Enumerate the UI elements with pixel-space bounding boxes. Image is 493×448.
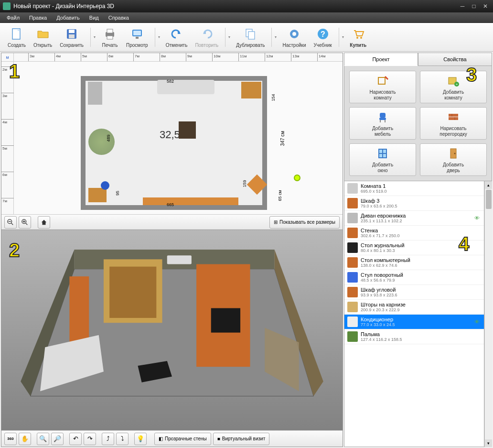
- zoom-out-btn[interactable]: [4, 216, 17, 229]
- svg-rect-47: [449, 114, 458, 117]
- toolbar-cart-button[interactable]: Купить: [346, 24, 371, 50]
- toolbar-monitor-button[interactable]: Просмотр: [122, 24, 152, 50]
- svg-rect-11: [248, 32, 255, 39]
- furniture-plant[interactable]: [88, 129, 115, 155]
- scene-item[interactable]: Стол журнальный80.4 x 80.1 x 30.3: [344, 240, 484, 255]
- scene-item[interactable]: Комната 1695.0 x 519.0: [344, 181, 484, 196]
- room-outline[interactable]: 32,52 347 см 154 582: [81, 76, 267, 210]
- tab-properties[interactable]: Свойства: [418, 53, 492, 66]
- transparent-walls-btn[interactable]: ◧Прозрачные стены: [154, 433, 211, 445]
- toolbar-help-button[interactable]: ?Учебник: [310, 24, 336, 50]
- zoom-in-3d-btn[interactable]: 🔎: [51, 433, 64, 445]
- toolbar-redo-button[interactable]: Повторить: [191, 24, 222, 50]
- printer-icon: [102, 26, 118, 42]
- scene-item[interactable]: Кондиционер77.0 x 33.0 x 24.5👁: [344, 315, 484, 329]
- furniture-desk-corner[interactable]: [241, 82, 261, 98]
- svg-rect-33: [69, 276, 89, 345]
- action-door-button[interactable]: Добавитьдверь: [420, 143, 487, 176]
- scene-item[interactable]: Шторы на карнизе200.9 x 20.3 x 222.9: [344, 300, 484, 315]
- light-btn[interactable]: 💡: [134, 433, 147, 445]
- toolbar-disk-button[interactable]: Сохранить: [56, 24, 87, 50]
- handle-point[interactable]: [294, 175, 300, 181]
- plan-2d-area: м 3м4м5м6м7м8м9м10м11м12м13м14м 2м3м4м5м…: [1, 53, 343, 230]
- zoom-in-btn[interactable]: [19, 216, 31, 229]
- scene-item[interactable]: Стенка302.6 x 71.7 x 250.0: [344, 226, 484, 240]
- svg-rect-37: [167, 255, 192, 264]
- wall-icon: [446, 110, 461, 124]
- toolbar-folder-button[interactable]: Открыть: [30, 24, 56, 50]
- window-title: Новый проект - Дизайн Интерьера 3D: [13, 3, 114, 10]
- menu-edit[interactable]: Правка: [24, 13, 52, 22]
- svg-rect-6: [107, 36, 113, 39]
- close-button[interactable]: ✕: [481, 2, 490, 10]
- action-window-button[interactable]: Добавитьокно: [349, 143, 416, 176]
- rotate360-btn[interactable]: 360: [4, 433, 17, 445]
- scene-item[interactable]: Диван еврокнижка235.1 x 113.1 x 102.2👁: [344, 211, 484, 226]
- zoom-out-3d-btn[interactable]: 🔍: [37, 433, 49, 445]
- scroll-up-btn[interactable]: ▴: [485, 181, 492, 189]
- dim-top: 582: [167, 79, 174, 84]
- dim-right2: 154: [270, 94, 275, 101]
- scene-item[interactable]: Стол компьютерный138.0 x 62.9 x 74.6: [344, 255, 484, 270]
- item-thumb-icon: [347, 302, 358, 312]
- furniture-corner-wardrobe[interactable]: [247, 175, 267, 195]
- furniture-wardrobe[interactable]: [88, 82, 102, 105]
- canvas-2d[interactable]: 32,52 347 см 154 582: [14, 62, 343, 214]
- scroll-thumb[interactable]: [486, 190, 492, 209]
- toolbar-file-button[interactable]: Создать: [4, 24, 30, 50]
- rotate-right-btn[interactable]: ↷: [84, 433, 96, 445]
- maximize-button[interactable]: □: [469, 2, 479, 10]
- toolbar-undo-button[interactable]: Отменить: [162, 24, 192, 50]
- menu-view[interactable]: Вид: [85, 13, 104, 22]
- left-column: 1 2 м 3м4м5м6м7м8м9м10м11м12м13м14м 2м3м…: [1, 53, 343, 447]
- svg-rect-2: [69, 30, 75, 33]
- scene-item[interactable]: Шкаф угловой93.9 x 93.8 x 223.6: [344, 285, 484, 300]
- rotate-left-btn[interactable]: ↶: [69, 433, 82, 445]
- furniture-sofa[interactable]: [157, 80, 214, 94]
- scene-item[interactable]: Шкаф 379.0 x 63.6 x 200.5: [344, 196, 484, 211]
- ruler-icon: ⊞: [274, 219, 278, 225]
- scroll-down-btn[interactable]: ▾: [485, 439, 492, 447]
- toolbar-copy-button[interactable]: Дублировать: [232, 24, 268, 50]
- home-btn[interactable]: [38, 216, 50, 229]
- pan-btn[interactable]: ✋: [19, 433, 31, 445]
- menu-help[interactable]: Справка: [104, 13, 134, 22]
- furniture-chair[interactable]: [101, 181, 109, 190]
- tab-project[interactable]: Проект: [344, 53, 418, 66]
- ruler-horizontal: 3м4м5м6м7м8м9м10м11м12м13м14м: [14, 53, 343, 62]
- visibility-eye-icon[interactable]: 👁: [474, 215, 481, 221]
- toolbar-printer-button[interactable]: Печать: [97, 24, 122, 50]
- scene-item[interactable]: Стул поворотный48.5 x 56.6 x 79.9: [344, 270, 484, 285]
- virtual-visit-btn[interactable]: ■Виртуальный визит: [213, 433, 270, 445]
- show-dims-btn[interactable]: ⊞Показывать все размеры: [269, 216, 340, 229]
- file-icon: [9, 26, 24, 42]
- menu-add[interactable]: Добавить: [52, 13, 85, 22]
- toolbar-gear-button[interactable]: Настройки: [279, 24, 310, 50]
- scene-item[interactable]: Пальма127.4 x 116.2 x 158.5: [344, 329, 484, 344]
- visibility-eye-icon[interactable]: 👁: [474, 319, 481, 325]
- ruler-vertical: 2м3м4м5м6м7м: [1, 62, 14, 214]
- action-draw-room-button[interactable]: Нарисоватькомнату: [349, 71, 416, 103]
- cart-icon: [351, 26, 366, 42]
- tilt-down-btn[interactable]: ⤵: [116, 433, 129, 445]
- preview-3d[interactable]: [1, 230, 343, 430]
- dim-left: 489: [106, 134, 111, 142]
- menu-file[interactable]: Файл: [2, 13, 24, 22]
- titlebar: Новый проект - Дизайн Интерьера 3D ─ □ ✕: [0, 0, 493, 12]
- scene-list: Комната 1695.0 x 519.0Шкаф 379.0 x 63.6 …: [344, 181, 484, 447]
- svg-point-17: [360, 37, 362, 39]
- action-chair-button[interactable]: Добавитьмебель: [349, 107, 416, 140]
- app-icon: [3, 2, 11, 10]
- help-icon: ?: [315, 26, 331, 42]
- copy-icon: [243, 26, 258, 42]
- dim-side-small: 159: [242, 180, 246, 187]
- action-add-room-button[interactable]: +Добавитькомнату: [420, 71, 487, 103]
- furniture-desk[interactable]: [88, 188, 107, 202]
- minimize-button[interactable]: ─: [458, 2, 467, 10]
- tilt-up-btn[interactable]: ⤴: [102, 433, 114, 445]
- action-panel: Нарисоватькомнату+ДобавитькомнатуДобавит…: [344, 66, 492, 181]
- furniture-table[interactable]: [179, 121, 196, 139]
- scene-scrollbar[interactable]: ▴ ▾: [484, 181, 492, 447]
- action-wall-button[interactable]: Нарисоватьперегородку: [420, 107, 487, 140]
- furniture-unit[interactable]: [143, 197, 238, 205]
